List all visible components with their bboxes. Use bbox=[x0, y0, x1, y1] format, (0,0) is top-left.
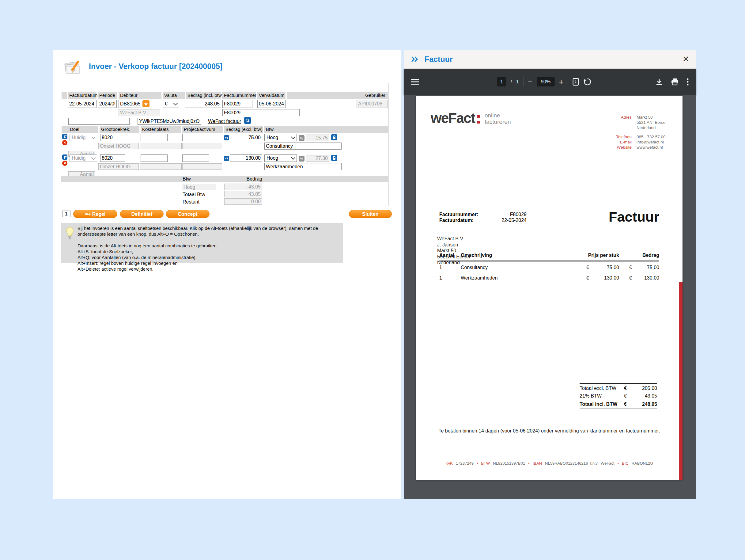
chevron-down-icon bbox=[91, 135, 96, 139]
page-number-input[interactable]: 1 bbox=[497, 77, 506, 87]
total-row-grand: Totaal incl. BTW€248,05 bbox=[580, 400, 657, 408]
grootboek-naam-input-1 bbox=[98, 143, 139, 149]
bron-referentie-input[interactable] bbox=[137, 118, 201, 125]
items-header-rule bbox=[439, 260, 659, 261]
tip-line: Alt+Q: voor Aantallen (van o.a. de miner… bbox=[77, 254, 339, 260]
collapse-chevrons-icon[interactable] bbox=[411, 56, 419, 63]
contact-row: Websitewww.wefact.nl bbox=[599, 145, 676, 150]
bedrag-excl-input-2[interactable] bbox=[230, 154, 262, 162]
omschrijving-input-1[interactable] bbox=[264, 143, 342, 150]
referentie-input[interactable] bbox=[68, 118, 130, 125]
item-omschrijving: Consultancy bbox=[461, 265, 488, 270]
pdf-viewport[interactable]: weFact online factureren AdresMarkt 50 5… bbox=[404, 95, 696, 499]
tip-paragraph: Bij het invoeren is een aantal sneltoets… bbox=[77, 225, 339, 237]
contact-row: AdresMarkt 50 bbox=[599, 115, 676, 120]
tip-line: Alt+S: toont de Snelzoeker, bbox=[77, 249, 339, 254]
kostenplaats-input-1[interactable] bbox=[140, 134, 168, 141]
grootboek-input-2[interactable] bbox=[100, 154, 125, 162]
concept-button[interactable]: Concept bbox=[166, 210, 209, 218]
footer-bullet: • bbox=[528, 461, 530, 466]
definitief-button[interactable]: Definitief bbox=[120, 210, 164, 218]
close-icon[interactable]: ✕ bbox=[682, 55, 689, 63]
invoice-form: Factuurdatum Periode Debiteur Valuta Bed… bbox=[61, 83, 389, 206]
btw-select-1[interactable]: Hoog bbox=[264, 134, 297, 141]
invoice-meta: Factuurnummer:F80029 Factuurdatum:22-05-… bbox=[439, 212, 526, 223]
factuurnummer-2-input[interactable] bbox=[222, 109, 300, 116]
amount-number-icon[interactable]: #1 bbox=[224, 156, 229, 161]
factuurnummer-input[interactable] bbox=[222, 100, 252, 108]
footer-bullet: • bbox=[477, 461, 478, 466]
pdf-preview-panel: Factuur ✕ 1 / 1 − 90% + bbox=[404, 50, 696, 499]
doel-select-2[interactable]: Huidig bbox=[69, 154, 97, 162]
logo-tagline: online factureren bbox=[485, 112, 511, 125]
menu-icon[interactable] bbox=[411, 79, 419, 85]
insert-row-icon[interactable] bbox=[62, 154, 67, 160]
vervaldatum-input[interactable] bbox=[257, 100, 286, 108]
col-vervaldatum: Vervaldatum bbox=[257, 92, 286, 99]
delete-row-icon[interactable]: ✕ bbox=[62, 140, 67, 145]
insert-row-icon[interactable] bbox=[62, 134, 67, 139]
kostenplaats-input-2[interactable] bbox=[140, 154, 168, 162]
footer-bullet: • bbox=[618, 461, 619, 466]
contact-row: Nederland bbox=[599, 125, 676, 130]
lock-icon[interactable] bbox=[331, 134, 337, 141]
project-input-2[interactable] bbox=[182, 154, 209, 162]
totals-btw-col: Btw bbox=[183, 176, 191, 182]
tip-text: Bij het invoeren is een aantal sneltoets… bbox=[77, 225, 339, 272]
wefact-factuur-link[interactable]: WeFact factuur bbox=[208, 119, 241, 124]
periode-input[interactable] bbox=[98, 100, 117, 108]
kostenplaats-naam-input-2 bbox=[140, 163, 182, 170]
bedrag-incl-input[interactable] bbox=[185, 100, 221, 108]
item-omschrijving: Werkzaamheden bbox=[461, 275, 498, 281]
more-options-icon[interactable] bbox=[687, 78, 689, 86]
gebruiker-input bbox=[357, 100, 388, 108]
delete-row-icon[interactable]: ✕ bbox=[62, 161, 67, 166]
grootboek-naam-input-2 bbox=[98, 163, 139, 170]
chevron-down-icon bbox=[91, 155, 96, 160]
amount-number-icon[interactable]: #1 bbox=[224, 135, 229, 141]
grootboek-input-1[interactable] bbox=[100, 134, 125, 141]
zoom-level[interactable]: 90% bbox=[537, 77, 554, 87]
header-spacer-cell bbox=[62, 92, 67, 99]
col-valuta: Valuta bbox=[163, 92, 185, 99]
lock-icon[interactable] bbox=[331, 155, 337, 161]
items-header-prijs: Prijs per stuk bbox=[576, 253, 619, 258]
pdf-panel-header: Factuur ✕ bbox=[404, 50, 696, 69]
wefact-logo: weFact online factureren bbox=[431, 110, 511, 126]
window-header: Invoer - Verkoop factuur [202400005] bbox=[64, 58, 222, 75]
factuurdatum-input[interactable] bbox=[68, 100, 97, 108]
print-icon[interactable] bbox=[671, 78, 679, 86]
regel-aantal-input[interactable] bbox=[62, 211, 70, 217]
doel-select-1[interactable]: Huidig bbox=[69, 134, 97, 141]
rotate-icon[interactable] bbox=[583, 78, 591, 86]
pdf-toolbar: 1 / 1 − 90% + bbox=[404, 69, 696, 95]
page-title: Invoer - Verkoop factuur [202400005] bbox=[89, 62, 222, 71]
invoice-totals: Totaal excl. BTW€205,00 21% BTW€43,05 To… bbox=[580, 383, 657, 409]
chevron-down-icon bbox=[173, 101, 178, 105]
percent-icon[interactable]: % bbox=[299, 135, 304, 141]
regel-button[interactable]: =+ Regel bbox=[73, 210, 117, 218]
col-bedrag-incl: Bedrag (incl. btw) bbox=[186, 92, 221, 99]
download-icon[interactable] bbox=[655, 78, 663, 86]
btw-bedrag-input-1 bbox=[306, 134, 329, 141]
bedrag-excl-input-1[interactable] bbox=[230, 134, 262, 141]
page-accent-bar bbox=[679, 282, 682, 480]
invoice-footer: KvK17237249 • BTWNL820151397B01 • IBANNL… bbox=[416, 461, 682, 466]
percent-icon[interactable]: % bbox=[299, 156, 304, 161]
col-gebruiker: Gebruiker bbox=[287, 92, 388, 99]
contact-row: Telefoon085 - 732 57 00 bbox=[599, 134, 676, 139]
magnifier-icon[interactable] bbox=[244, 117, 251, 124]
btw-select-2[interactable]: Hoog bbox=[264, 154, 297, 162]
zoom-in-icon[interactable]: + bbox=[559, 77, 563, 87]
contact-row: 5521 AN Eersel bbox=[599, 120, 676, 125]
debiteur-favorite-icon[interactable]: ★ bbox=[142, 100, 150, 107]
totals-bedrag-col: Bedrag bbox=[224, 176, 262, 182]
zoom-out-icon[interactable]: − bbox=[528, 77, 532, 87]
project-input-1[interactable] bbox=[182, 134, 209, 141]
fit-page-icon[interactable] bbox=[572, 78, 579, 86]
col-doel: Doel bbox=[68, 126, 98, 133]
omschrijving-input-2[interactable] bbox=[264, 163, 342, 170]
valuta-select[interactable]: € bbox=[163, 100, 179, 108]
sluiten-button[interactable]: Sluiten bbox=[349, 210, 392, 218]
debiteur-input[interactable] bbox=[119, 100, 141, 108]
